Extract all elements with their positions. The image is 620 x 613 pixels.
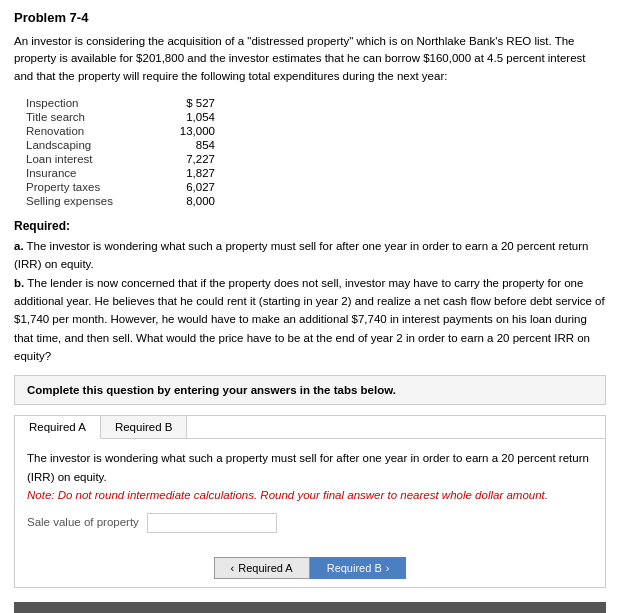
exp-name: Title search [26,111,153,123]
part-b-text: The lender is now concerned that if the … [14,277,605,363]
section-a-content: The investor is wondering what such a pr… [15,439,605,550]
exp-name: Inspection [26,97,153,109]
exp-amount: $ 527 [155,97,215,109]
exp-name: Landscaping [26,139,153,151]
exp-amount: 7,227 [155,153,215,165]
prev-arrow-icon: ‹ [231,562,235,574]
exp-name: Insurance [26,167,153,179]
part-a-text: The investor is wondering what such a pr… [14,240,588,270]
intro-text: An investor is considering the acquisiti… [14,33,606,85]
section-a-input-row: Sale value of property [27,513,593,533]
problem-title: Problem 7-4 [14,10,606,25]
table-row: Landscaping854 [26,139,215,151]
section-a-nav: ‹ Required A Required B › [15,557,605,579]
section-a-note: Note: Do not round intermediate calculat… [27,486,593,504]
exp-amount: 13,000 [155,125,215,137]
table-row: Selling expenses8,000 [26,195,215,207]
table-row: Title search1,054 [26,111,215,123]
section-a-next-button[interactable]: Required B › [310,557,407,579]
required-section: Required: a. The investor is wondering w… [14,219,606,366]
expenditures-table: Inspection$ 527Title search1,054Renovati… [24,95,217,209]
exp-name: Property taxes [26,181,153,193]
table-row: Inspection$ 527 [26,97,215,109]
exp-amount: 854 [155,139,215,151]
next-arrow-icon-a: › [386,562,390,574]
table-row: Insurance1,827 [26,167,215,179]
section-a-prev-label: Required A [238,562,292,574]
section-a-prev-button[interactable]: ‹ Required A [214,557,310,579]
complete-box: Complete this question by entering your … [14,375,606,405]
tab-required-b-1[interactable]: Required B [101,416,188,438]
required-text: a. The investor is wondering what such a… [14,237,606,366]
table-row: Property taxes6,027 [26,181,215,193]
exp-name: Selling expenses [26,195,153,207]
section-a-panel: Required A Required B The investor is wo… [14,415,606,587]
part-a-label: a. [14,240,24,252]
part-b-label: b. [14,277,24,289]
section-divider [14,602,606,613]
exp-amount: 1,827 [155,167,215,179]
exp-name: Loan interest [26,153,153,165]
exp-amount: 1,054 [155,111,215,123]
exp-amount: 6,027 [155,181,215,193]
tab-required-a-1[interactable]: Required A [15,416,101,439]
exp-name: Renovation [26,125,153,137]
section-a-tabs: Required A Required B [15,416,605,439]
section-a-next-label: Required B [327,562,382,574]
required-label: Required: [14,219,606,233]
table-row: Loan interest7,227 [26,153,215,165]
section-a-input-label: Sale value of property [27,513,147,531]
table-row: Renovation13,000 [26,125,215,137]
section-a-description: The investor is wondering what such a pr… [27,449,593,486]
exp-amount: 8,000 [155,195,215,207]
section-a-sale-value-input[interactable] [147,513,277,533]
